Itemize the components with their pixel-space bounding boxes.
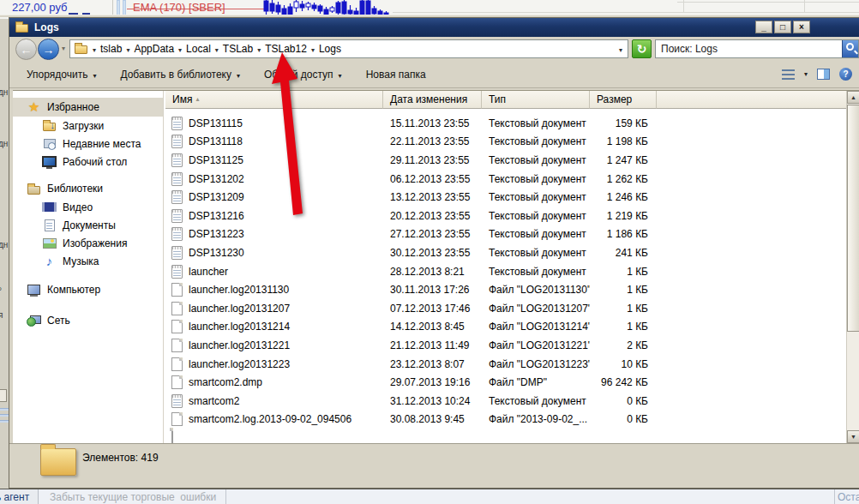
sidebar-item-favorites[interactable]: Избранное xyxy=(13,98,163,117)
text-document-icon xyxy=(171,135,183,148)
sidebar-item-libraries[interactable]: Библиотеки xyxy=(13,179,163,198)
file-row[interactable]: DSP13120913.12.2013 23:55Текстовый докум… xyxy=(165,188,846,207)
breadcrumb-item-appdata[interactable]: AppData xyxy=(134,43,174,55)
file-row[interactable]: DSP13111822.11.2013 23:55Текстовый докум… xyxy=(165,133,846,152)
minimize-button[interactable]: _ xyxy=(755,21,772,33)
file-row[interactable]: launcher.log2013122323.12.2013 8:07Файл … xyxy=(165,355,846,374)
sidebar-item-computer[interactable]: Компьютер xyxy=(13,280,163,299)
back-button[interactable]: ← xyxy=(15,39,37,60)
sidebar-item-video[interactable]: Видео xyxy=(13,198,163,216)
breadcrumb-item-tslab12[interactable]: TSLab12 xyxy=(265,43,307,55)
sidebar-item-label: Видео xyxy=(63,201,93,213)
file-type: Файл "LOG20131221" xyxy=(482,339,590,351)
change-view-icon[interactable] xyxy=(782,69,795,80)
address-bar: ← → ▾ ▾tslab▾AppData▾Local▾TSLab▾TSLab12… xyxy=(9,37,859,61)
scroll-down-button[interactable]: ▼ xyxy=(847,430,859,443)
file-row[interactable]: launcher.log2013122121.12.2013 11:49Файл… xyxy=(165,336,846,355)
sidebar-item-recent-places[interactable]: Недавние места xyxy=(13,135,163,153)
address-dropdown-icon[interactable]: ▾ xyxy=(619,46,622,54)
column-header-date[interactable]: Дата изменения xyxy=(383,91,482,109)
sidebar-item-desktop[interactable]: Рабочий стол xyxy=(13,153,163,171)
sidebar-item-documents[interactable]: Документы xyxy=(13,216,163,234)
breadcrumb-item-local[interactable]: Local xyxy=(186,43,211,55)
file-row[interactable]: launcher.log2013121414.12.2013 8:45Файл … xyxy=(165,318,846,337)
sidebar-item-network[interactable]: Сеть xyxy=(13,311,163,330)
sidebar-item-label: Рабочий стол xyxy=(63,156,127,168)
help-icon[interactable]: ? xyxy=(839,68,852,81)
column-header-size[interactable]: Размер xyxy=(590,91,657,109)
breadcrumb-chevron-icon[interactable]: ▾ xyxy=(311,46,315,54)
breadcrumb-chevron-icon[interactable]: ▾ xyxy=(257,46,261,54)
scrollbar-thumb[interactable] xyxy=(847,105,859,332)
breadcrumb-item-tslab[interactable]: TSLab xyxy=(223,43,253,55)
refresh-button[interactable]: ↻ xyxy=(632,39,652,58)
file-row[interactable]: DSP13111515.11.2013 23:55Текстовый докум… xyxy=(165,114,846,133)
agent-tab[interactable]: ь агент xyxy=(0,489,39,504)
breadcrumb-chevron-icon[interactable]: ▾ xyxy=(126,46,129,54)
chevron-down-icon: ▾ xyxy=(93,72,96,80)
toolbar-button-новая-папка[interactable]: Новая папка xyxy=(366,69,426,81)
music-icon xyxy=(42,255,57,268)
breadcrumb-item-tslab[interactable]: tslab xyxy=(100,43,122,55)
file-size: 1 246 КБ xyxy=(590,191,657,203)
breadcrumb: ▾tslab▾AppData▾Local▾TSLab▾TSLab12▾Logs xyxy=(88,43,341,55)
breadcrumb-chevron-icon[interactable]: ▾ xyxy=(93,46,96,54)
file-row[interactable]: launcher.log2013113030.11.2013 17:26Файл… xyxy=(165,280,846,299)
libraries-icon xyxy=(27,182,41,195)
file-name: DSP131115 xyxy=(189,117,243,129)
sidebar-item-music[interactable]: Музыка xyxy=(13,252,163,270)
file-row[interactable]: DSP13123030.12.2013 23:55Текстовый докум… xyxy=(165,243,846,262)
vertical-scrollbar[interactable]: ▲ ▼ xyxy=(846,91,859,443)
file-date: 27.12.2013 23:55 xyxy=(383,228,482,240)
grid-line xyxy=(677,2,859,3)
file-type: Файл "2013-09-02_... xyxy=(482,413,590,425)
file-row[interactable]: launcher.log2013120707.12.2013 17:46Файл… xyxy=(165,299,846,318)
file-size: 1 КБ xyxy=(590,284,657,296)
file-size: 0 КБ xyxy=(590,413,657,425)
views-dropdown-icon[interactable]: ▾ xyxy=(804,70,808,78)
sidebar-item-downloads[interactable]: Загрузки xyxy=(13,117,163,135)
forward-button[interactable]: → xyxy=(38,39,59,60)
breadcrumb-chevron-icon[interactable]: ▾ xyxy=(178,46,182,54)
file-row[interactable]: launcher28.12.2013 8:21Текстовый докумен… xyxy=(165,262,846,281)
forget-errors-button[interactable]: Забыть текущие торговые ошибки xyxy=(50,491,216,503)
toolbar-button-общий-доступ[interactable]: Общий доступ▾ xyxy=(264,69,342,81)
toolbar-button-упорядочить[interactable]: Упорядочить▾ xyxy=(27,69,96,81)
file-row[interactable]: DSP13120206.12.2013 23:55Текстовый докум… xyxy=(165,170,846,189)
file-row[interactable]: smartcom231.12.2013 10:24Текстовый докум… xyxy=(165,392,846,411)
file-row[interactable]: DSP13112529.11.2013 23:55Текстовый докум… xyxy=(165,151,846,170)
search-button[interactable] xyxy=(842,40,858,57)
scroll-up-button[interactable]: ▲ xyxy=(847,91,859,104)
search-input[interactable] xyxy=(656,40,841,57)
explorer-window: Logs _ □ × ← → ▾ ▾tslab▾AppData▾Local▾TS… xyxy=(9,17,859,489)
file-row[interactable]: DSP13121620.12.2013 23:55Текстовый докум… xyxy=(165,207,846,225)
column-header-blank[interactable] xyxy=(657,91,846,109)
preview-pane-icon[interactable] xyxy=(817,69,830,80)
sidebar-item-label: Загрузки xyxy=(63,120,104,132)
pictures-icon xyxy=(42,237,57,250)
sidebar-item-label: Документы xyxy=(63,219,116,231)
breadcrumb-item-logs[interactable]: Logs xyxy=(319,43,341,55)
file-type: Текстовый документ xyxy=(482,117,590,129)
maximize-button[interactable]: □ xyxy=(774,21,791,33)
column-header-type[interactable]: Тип xyxy=(482,91,590,109)
stop-button[interactable]: Оста xyxy=(838,491,859,503)
file-list-rows: DSP13111515.11.2013 23:55Текстовый докум… xyxy=(165,114,846,443)
file-date: 07.12.2013 17:46 xyxy=(383,303,482,315)
sidebar-item-pictures[interactable]: Изображения xyxy=(13,234,163,252)
file-row[interactable]: smartcom2.dmp29.07.2013 19:16Файл "DMP"9… xyxy=(165,373,846,392)
file-row[interactable]: smartcom2.log.2013-09-02_09450630.08.201… xyxy=(165,411,846,429)
favorites-icon xyxy=(27,100,41,114)
file-size: 10 КБ xyxy=(590,358,657,370)
breadcrumb-field[interactable]: ▾tslab▾AppData▾Local▾TSLab▾TSLab12▾Logs … xyxy=(69,39,628,58)
close-button[interactable]: × xyxy=(793,21,810,33)
breadcrumb-chevron-icon[interactable]: ▾ xyxy=(215,46,219,54)
file-row[interactable]: DSP13122327.12.2013 23:55Текстовый докум… xyxy=(165,225,846,244)
column-header-name[interactable]: Имя▴ xyxy=(165,91,383,109)
file-date: 31.12.2013 10:24 xyxy=(383,395,482,407)
toolbar-button-добавить-в-библиотеку[interactable]: Добавить в библиотеку▾ xyxy=(120,69,240,81)
recent-pages-dropdown-icon[interactable]: ▾ xyxy=(62,45,65,52)
file-type: Текстовый документ xyxy=(482,210,590,222)
file-size: 2 КБ xyxy=(590,339,657,351)
file-name: DSP131216 xyxy=(189,210,244,222)
